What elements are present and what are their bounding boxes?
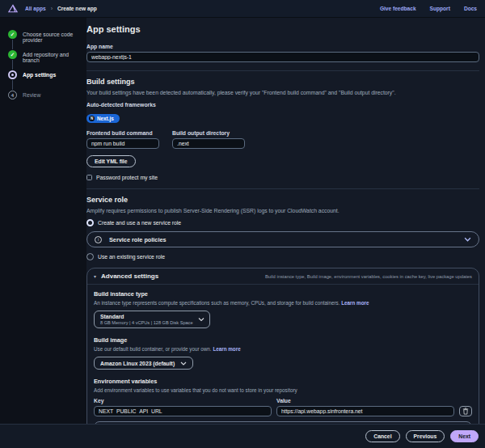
app-settings-form: App settings App name Build settings You…: [86, 18, 485, 424]
app-name-input[interactable]: [86, 52, 479, 62]
env-value-label: Value: [276, 398, 454, 404]
build-instance-selected: Standard: [100, 314, 193, 319]
topbar-utility-links: Give feedback Support Docs: [380, 6, 477, 11]
build-settings-description: Your build settings have been detected a…: [86, 90, 479, 95]
app-name-label: App name: [86, 44, 479, 49]
build-output-directory-label: Build output directory: [172, 130, 245, 136]
env-key-input[interactable]: [94, 406, 272, 416]
build-image-learn-more-link[interactable]: Learn more: [213, 346, 240, 352]
framework-badge-label: Next.js: [97, 116, 114, 121]
step-current-indicator: [8, 70, 17, 79]
section-divider: [86, 70, 479, 71]
section-divider: [86, 188, 479, 189]
build-settings-heading: Build settings: [86, 78, 479, 86]
frameworks-label: Auto-detected frameworks: [86, 102, 479, 108]
give-feedback-link[interactable]: Give feedback: [380, 6, 416, 11]
build-instance-description-text: An instance type represents compute spec…: [94, 300, 340, 306]
build-image-heading: Build image: [94, 336, 472, 344]
frontend-build-command-label: Frontend build command: [86, 130, 159, 136]
create-service-role-label: Create and use a new service role: [98, 220, 181, 226]
chevron-down-icon: [464, 237, 471, 242]
service-role-policies-expander[interactable]: i Service role policies: [86, 231, 479, 247]
existing-service-role-label: Use an existing service role: [98, 254, 165, 260]
wizard-footer: Cancel Previous Next: [0, 424, 485, 448]
build-image-description: Use our default build container, or prov…: [94, 346, 472, 352]
step-choose-source-provider[interactable]: ✓ Choose source code provider: [8, 30, 83, 50]
amplify-logo-icon[interactable]: [8, 4, 18, 13]
edit-yml-button[interactable]: Edit YML file: [86, 155, 136, 167]
create-service-role-radio-row[interactable]: Create and use a new service role: [86, 219, 479, 226]
breadcrumb-all-apps[interactable]: All apps: [25, 6, 46, 11]
wizard-steps-sidebar: ✓ Choose source code provider ✓ Add repo…: [0, 18, 86, 424]
build-image-description-text: Use our default build container, or prov…: [94, 346, 212, 352]
build-instance-type-description: An instance type represents compute spec…: [94, 300, 472, 306]
page-title: App settings: [86, 24, 479, 34]
chevron-down-icon: [198, 318, 205, 322]
build-output-directory-input[interactable]: [172, 138, 245, 149]
env-value-input[interactable]: [276, 406, 454, 416]
existing-service-role-radio-row[interactable]: Use an existing service role: [86, 253, 479, 260]
step-complete-check-icon: ✓: [8, 30, 17, 39]
advanced-settings-summary: Build instance type, Build image, enviro…: [265, 274, 472, 279]
advanced-settings-header[interactable]: ▾ Advanced settings Build instance type,…: [87, 268, 479, 285]
advanced-settings-title: Advanced settings: [101, 273, 158, 280]
checkbox-icon[interactable]: [86, 175, 92, 180]
step-complete-check-icon: ✓: [8, 50, 17, 59]
trash-icon: [462, 408, 469, 415]
previous-button[interactable]: Previous: [406, 430, 445, 442]
step-review[interactable]: 4 Review: [8, 91, 83, 99]
environment-variables-heading: Environment variables: [94, 378, 472, 385]
build-instance-type-select[interactable]: Standard 8 GB Memory | 4 vCPUs | 128 GB …: [94, 311, 210, 328]
chevron-down-icon: [180, 361, 187, 366]
step-connector: [12, 60, 13, 70]
radio-selected-icon[interactable]: [86, 219, 94, 226]
top-navigation-bar: All apps › Create new app Give feedback …: [0, 0, 485, 18]
service-role-heading: Service role: [86, 196, 479, 204]
remove-env-var-button[interactable]: [459, 406, 472, 416]
build-image-select[interactable]: Amazon Linux 2023 (default): [94, 357, 193, 370]
docs-link[interactable]: Docs: [464, 6, 477, 11]
step-label: Add repository and branch: [23, 50, 83, 70]
environment-variables-description: Add environment variables to use variabl…: [94, 387, 472, 393]
support-link[interactable]: Support: [430, 6, 450, 11]
build-instance-learn-more-link[interactable]: Learn more: [341, 300, 369, 306]
step-connector: [12, 80, 13, 90]
step-label: Choose source code provider: [23, 30, 83, 50]
add-env-var-button[interactable]: + Add new: [94, 421, 472, 424]
service-role-description: Amplify requires permissions to publish …: [86, 208, 479, 213]
build-instance-type-heading: Build instance type: [94, 290, 472, 298]
step-label: App settings: [23, 70, 56, 91]
step-number: 4: [8, 91, 17, 99]
framework-badge-nextjs[interactable]: N Next.js: [86, 114, 120, 123]
service-role-policies-label: Service role policies: [109, 236, 167, 243]
radio-unselected-icon[interactable]: [86, 253, 94, 260]
build-image-selected: Amazon Linux 2023 (default): [100, 361, 175, 366]
step-label: Review: [23, 91, 40, 99]
password-protect-checkbox-row[interactable]: Password protect my site: [86, 175, 479, 180]
step-add-repository[interactable]: ✓ Add repository and branch: [8, 50, 83, 70]
frontend-build-command-input[interactable]: [86, 138, 159, 149]
next-button[interactable]: Next: [450, 430, 479, 442]
advanced-settings-panel: ▾ Advanced settings Build instance type,…: [86, 268, 479, 424]
env-var-row: Key Value: [94, 398, 472, 416]
caret-down-icon: ▾: [94, 273, 96, 279]
step-connector: [12, 40, 13, 49]
password-protect-label: Password protect my site: [96, 175, 158, 180]
breadcrumb-current: Create new app: [57, 6, 97, 11]
info-icon: i: [95, 236, 102, 243]
breadcrumb-separator-icon: ›: [51, 6, 53, 11]
nextjs-logo-icon: N: [89, 116, 95, 121]
cancel-button[interactable]: Cancel: [365, 430, 399, 442]
step-app-settings[interactable]: App settings: [8, 70, 83, 91]
env-key-label: Key: [94, 398, 272, 404]
build-instance-selected-detail: 8 GB Memory | 4 vCPUs | 128 GB Disk Spac…: [100, 320, 193, 325]
